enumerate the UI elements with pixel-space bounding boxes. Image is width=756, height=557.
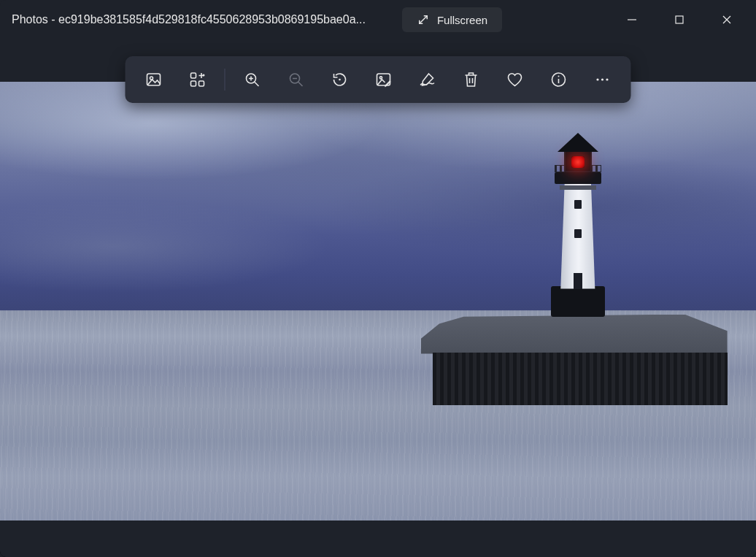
fullscreen-icon xyxy=(417,13,430,26)
zoom-out-icon xyxy=(288,71,305,88)
markup-button[interactable] xyxy=(406,61,449,99)
edit-image-icon xyxy=(375,71,393,88)
svg-point-13 xyxy=(596,78,598,80)
info-button[interactable] xyxy=(538,61,580,99)
zoom-in-icon xyxy=(244,71,261,88)
gallery-button[interactable] xyxy=(133,61,175,99)
close-icon xyxy=(722,15,732,25)
svg-point-10 xyxy=(379,77,382,79)
window-controls xyxy=(608,4,750,36)
window-title: Photos - ec919be381585f4d529818fc4550628… xyxy=(12,13,366,26)
info-icon xyxy=(550,71,568,88)
zoom-in-button[interactable] xyxy=(231,61,274,99)
displayed-image xyxy=(0,82,756,520)
photo-viewport[interactable] xyxy=(0,39,756,557)
maximize-button[interactable] xyxy=(655,4,703,36)
more-icon xyxy=(594,71,612,88)
rotate-button[interactable] xyxy=(319,61,361,99)
favorite-icon xyxy=(506,71,524,88)
fullscreen-button[interactable]: Fullscreen xyxy=(402,7,502,32)
delete-icon xyxy=(463,71,480,88)
svg-rect-3 xyxy=(191,73,196,78)
gallery-icon xyxy=(145,71,163,88)
delete-button[interactable] xyxy=(450,61,493,99)
apps-grid-button[interactable] xyxy=(177,61,219,99)
svg-point-15 xyxy=(606,78,608,80)
edit-image-button[interactable] xyxy=(363,61,405,99)
toolbar-separator xyxy=(225,69,225,91)
rotate-icon xyxy=(331,71,349,88)
zoom-out-button[interactable] xyxy=(275,61,317,99)
apps-grid-icon xyxy=(189,71,207,88)
lighthouse xyxy=(551,127,605,317)
content-area xyxy=(0,39,756,557)
favorite-button[interactable] xyxy=(494,61,536,99)
toolbar xyxy=(126,56,631,103)
bottom-letterbox xyxy=(0,520,756,557)
maximize-icon xyxy=(674,15,684,25)
svg-rect-5 xyxy=(199,81,204,86)
svg-rect-0 xyxy=(676,16,683,23)
sky-clouds xyxy=(0,82,756,310)
more-button[interactable] xyxy=(582,61,624,99)
svg-point-8 xyxy=(339,79,341,81)
titlebar: Photos - ec919be381585f4d529818fc4550628… xyxy=(0,0,756,39)
markup-icon xyxy=(419,71,436,88)
pier xyxy=(421,315,728,424)
svg-rect-4 xyxy=(191,81,196,86)
minimize-icon xyxy=(627,15,637,25)
minimize-button[interactable] xyxy=(608,4,655,36)
svg-point-12 xyxy=(558,76,560,77)
close-button[interactable] xyxy=(703,4,750,36)
svg-point-14 xyxy=(601,78,603,80)
fullscreen-label: Fullscreen xyxy=(437,14,487,26)
